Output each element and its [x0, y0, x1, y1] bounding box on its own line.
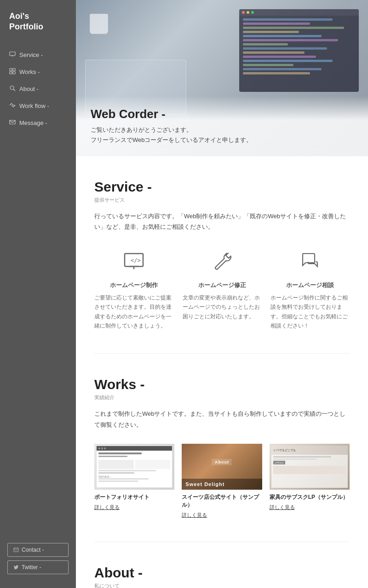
- service-cards: </> ホームページ制作 ご要望に応じて素敵いにご提案させていただきます。目的を…: [94, 246, 350, 331]
- works-section: Works - 実績紹介 これまで制作したWebサイトです。また、当サイトも自ら…: [76, 354, 368, 542]
- search-icon: [9, 85, 16, 93]
- work-title-sweets: スイーツ店公式サイト（サンプル）: [182, 493, 262, 509]
- hero-overlay: Web Corder - ご覧いただきありがとうございます。 フリーランスでWe…: [76, 96, 368, 156]
- sidebar-item-works-label: Works -: [19, 68, 40, 75]
- sidebar-item-workflow[interactable]: Work flow -: [0, 97, 76, 114]
- work-title-portfolio: ポートフォリオサイト: [94, 493, 174, 501]
- hero-code-decoration: [239, 9, 359, 92]
- svg-rect-0: [10, 52, 15, 56]
- sidebar-nav: Service - Works -: [0, 46, 76, 538]
- work-item-furniture: いつでもどこでも お申込み: [270, 444, 350, 519]
- contact-button[interactable]: Contact -: [7, 543, 69, 557]
- monitor-icon: [9, 51, 16, 59]
- service-card-repair-text: 文章の変更や表示崩れなど、ホームページでのちょっとしたお困りごとに対応いたします…: [183, 293, 262, 321]
- consult-icon: [295, 246, 325, 276]
- work-link-furniture[interactable]: 詳しく見る: [270, 504, 295, 510]
- works-heading: Works -: [94, 377, 350, 392]
- work-link-portfolio[interactable]: 詳しく見る: [94, 504, 120, 510]
- work-thumb-sweets: Sweet Delight About: [182, 444, 262, 490]
- hero-section: Web Corder - ご覧いただきありがとうございます。 フリーランスでWe…: [76, 0, 368, 156]
- service-card-repair-title: ホームページ修正: [183, 281, 262, 289]
- sidebar-item-service-label: Service -: [19, 51, 43, 58]
- svg-line-8: [13, 89, 15, 91]
- square-icon: [9, 68, 16, 76]
- sidebar-buttons: Contact - Twitter -: [0, 538, 76, 579]
- work-thumb-portfolio: Service -: [94, 444, 174, 490]
- service-card-repair: ホームページ修正 文章の変更や表示崩れなど、ホームページでのちょっとしたお困りご…: [183, 246, 262, 331]
- sidebar-item-about-label: About -: [19, 85, 39, 92]
- service-heading: Service -: [94, 179, 350, 195]
- service-desc: 行っているサービス内容です。「Web制作を頼みたい」「既存のWebサイトを修正・…: [94, 211, 350, 232]
- hero-cup-deco: [90, 14, 108, 34]
- work-item-portfolio: Service - ポートフォリオサイト 詳しく見る: [94, 444, 174, 519]
- hero-text: ご覧いただきありがとうございます。 フリーランスでWebコーダーをしているアオイ…: [91, 125, 353, 145]
- works-grid: Service - ポートフォリオサイト 詳しく見る: [94, 444, 350, 519]
- work-link-sweets[interactable]: 詳しく見る: [182, 512, 207, 518]
- service-sub: 提供サービス: [94, 197, 350, 204]
- about-section: About - 私について 1989年生まれ、東京在住。大学卒業後、メーカーの営…: [76, 542, 368, 588]
- twitter-button[interactable]: Twitter -: [7, 560, 69, 574]
- service-card-consult-text: ホームページ制作に関するご相談を無料でお受けしております。些細なことでもお気軽に…: [270, 293, 350, 331]
- service-card-homepage-title: ホームページ制作: [94, 281, 173, 289]
- sidebar-item-works[interactable]: Works -: [0, 63, 76, 80]
- svg-rect-6: [13, 72, 15, 74]
- svg-rect-4: [13, 68, 15, 71]
- sidebar-item-about[interactable]: About -: [0, 80, 76, 97]
- repair-icon: [207, 246, 237, 276]
- main-content: Web Corder - ご覧いただきありがとうございます。 フリーランスでWe…: [76, 0, 368, 588]
- sidebar-item-message[interactable]: Message -: [0, 114, 76, 131]
- works-desc: これまで制作したWebサイトです。また、当サイトも自ら制作していますので実績の一…: [94, 408, 350, 430]
- svg-rect-3: [10, 68, 12, 71]
- sidebar: Aoi's Portfolio Service -: [0, 0, 76, 588]
- service-card-homepage-text: ご要望に応じて素敵いにご提案させていただきます。目的を達成するためのホームページ…: [94, 293, 173, 331]
- work-title-furniture: 家具のサブスクLP（サンプル）: [270, 493, 350, 501]
- hero-title: Web Corder -: [91, 107, 353, 121]
- svg-point-7: [10, 86, 14, 90]
- work-thumb-furniture: いつでもどこでも お申込み: [270, 444, 350, 490]
- works-sub: 実績紹介: [94, 394, 350, 401]
- sidebar-item-service[interactable]: Service -: [0, 46, 76, 63]
- svg-text:</>: </>: [131, 257, 141, 264]
- homepage-icon: </>: [119, 246, 149, 276]
- service-card-consult: ホームページ相談 ホームページ制作に関するご相談を無料でお受けしております。些細…: [270, 246, 350, 331]
- paper-icon: [9, 119, 16, 127]
- service-card-consult-title: ホームページ相談: [270, 281, 350, 289]
- work-item-sweets: Sweet Delight About スイーツ店公式サイト（サンプル） 詳しく…: [182, 444, 262, 519]
- site-logo: Aoi's Portfolio: [0, 11, 76, 46]
- arrows-icon: [9, 102, 16, 110]
- service-section: Service - 提供サービス 行っているサービス内容です。「Web制作を頼み…: [76, 156, 368, 353]
- sidebar-item-workflow-label: Work flow -: [19, 102, 49, 109]
- about-sub: 私について: [94, 582, 350, 588]
- sweets-about-overlay: About: [212, 459, 232, 465]
- service-card-homepage: </> ホームページ制作 ご要望に応じて素敵いにご提案させていただきます。目的を…: [94, 246, 173, 331]
- sidebar-item-message-label: Message -: [19, 119, 47, 126]
- svg-rect-5: [10, 72, 12, 74]
- about-heading: About -: [94, 565, 350, 581]
- sweets-name-overlay: Sweet Delight: [182, 479, 262, 490]
